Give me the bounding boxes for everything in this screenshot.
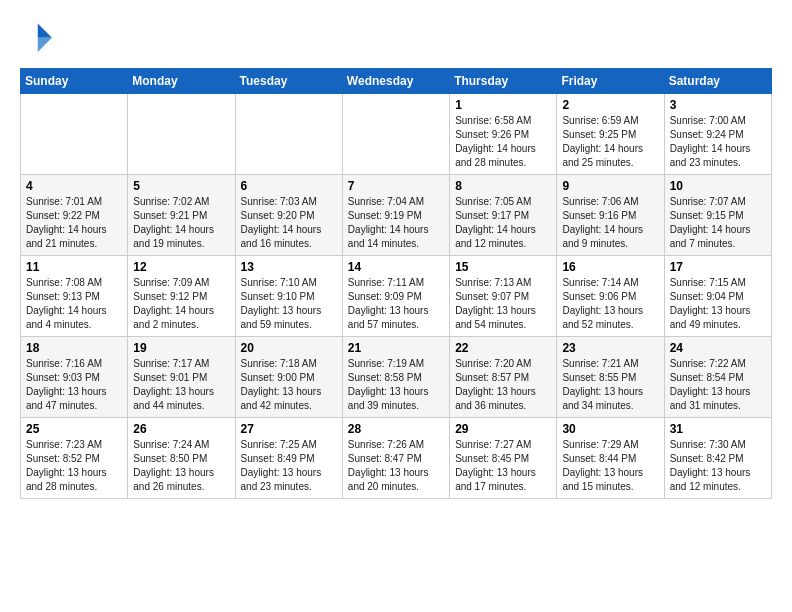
day-number: 27 — [241, 422, 337, 436]
day-info: Sunrise: 7:01 AM Sunset: 9:22 PM Dayligh… — [26, 195, 122, 251]
calendar-cell: 2Sunrise: 6:59 AM Sunset: 9:25 PM Daylig… — [557, 94, 664, 175]
day-number: 28 — [348, 422, 444, 436]
day-number: 10 — [670, 179, 766, 193]
calendar-cell: 13Sunrise: 7:10 AM Sunset: 9:10 PM Dayli… — [235, 256, 342, 337]
calendar-cell: 3Sunrise: 7:00 AM Sunset: 9:24 PM Daylig… — [664, 94, 771, 175]
day-info: Sunrise: 7:29 AM Sunset: 8:44 PM Dayligh… — [562, 438, 658, 494]
day-info: Sunrise: 7:03 AM Sunset: 9:20 PM Dayligh… — [241, 195, 337, 251]
day-info: Sunrise: 7:04 AM Sunset: 9:19 PM Dayligh… — [348, 195, 444, 251]
calendar-cell — [128, 94, 235, 175]
calendar-cell — [235, 94, 342, 175]
calendar-cell — [21, 94, 128, 175]
page-header — [20, 20, 772, 52]
day-info: Sunrise: 7:17 AM Sunset: 9:01 PM Dayligh… — [133, 357, 229, 413]
calendar-cell: 20Sunrise: 7:18 AM Sunset: 9:00 PM Dayli… — [235, 337, 342, 418]
calendar-cell — [342, 94, 449, 175]
calendar-cell: 25Sunrise: 7:23 AM Sunset: 8:52 PM Dayli… — [21, 418, 128, 499]
week-row-4: 18Sunrise: 7:16 AM Sunset: 9:03 PM Dayli… — [21, 337, 772, 418]
day-info: Sunrise: 7:13 AM Sunset: 9:07 PM Dayligh… — [455, 276, 551, 332]
calendar-cell: 27Sunrise: 7:25 AM Sunset: 8:49 PM Dayli… — [235, 418, 342, 499]
calendar-cell: 30Sunrise: 7:29 AM Sunset: 8:44 PM Dayli… — [557, 418, 664, 499]
day-info: Sunrise: 7:02 AM Sunset: 9:21 PM Dayligh… — [133, 195, 229, 251]
calendar-cell: 11Sunrise: 7:08 AM Sunset: 9:13 PM Dayli… — [21, 256, 128, 337]
calendar-cell: 17Sunrise: 7:15 AM Sunset: 9:04 PM Dayli… — [664, 256, 771, 337]
day-number: 1 — [455, 98, 551, 112]
calendar-cell: 4Sunrise: 7:01 AM Sunset: 9:22 PM Daylig… — [21, 175, 128, 256]
calendar-cell: 5Sunrise: 7:02 AM Sunset: 9:21 PM Daylig… — [128, 175, 235, 256]
week-row-5: 25Sunrise: 7:23 AM Sunset: 8:52 PM Dayli… — [21, 418, 772, 499]
day-info: Sunrise: 7:05 AM Sunset: 9:17 PM Dayligh… — [455, 195, 551, 251]
day-number: 8 — [455, 179, 551, 193]
calendar-table: SundayMondayTuesdayWednesdayThursdayFrid… — [20, 68, 772, 499]
day-number: 21 — [348, 341, 444, 355]
day-info: Sunrise: 7:11 AM Sunset: 9:09 PM Dayligh… — [348, 276, 444, 332]
logo-icon — [20, 20, 52, 52]
calendar-cell: 12Sunrise: 7:09 AM Sunset: 9:12 PM Dayli… — [128, 256, 235, 337]
day-info: Sunrise: 7:22 AM Sunset: 8:54 PM Dayligh… — [670, 357, 766, 413]
day-info: Sunrise: 7:09 AM Sunset: 9:12 PM Dayligh… — [133, 276, 229, 332]
day-info: Sunrise: 7:26 AM Sunset: 8:47 PM Dayligh… — [348, 438, 444, 494]
week-row-1: 1Sunrise: 6:58 AM Sunset: 9:26 PM Daylig… — [21, 94, 772, 175]
calendar-cell: 6Sunrise: 7:03 AM Sunset: 9:20 PM Daylig… — [235, 175, 342, 256]
calendar-cell: 28Sunrise: 7:26 AM Sunset: 8:47 PM Dayli… — [342, 418, 449, 499]
day-number: 6 — [241, 179, 337, 193]
day-number: 2 — [562, 98, 658, 112]
day-number: 23 — [562, 341, 658, 355]
weekday-friday: Friday — [557, 69, 664, 94]
day-number: 26 — [133, 422, 229, 436]
calendar-cell: 24Sunrise: 7:22 AM Sunset: 8:54 PM Dayli… — [664, 337, 771, 418]
calendar-cell: 10Sunrise: 7:07 AM Sunset: 9:15 PM Dayli… — [664, 175, 771, 256]
day-number: 16 — [562, 260, 658, 274]
weekday-thursday: Thursday — [450, 69, 557, 94]
calendar-cell: 9Sunrise: 7:06 AM Sunset: 9:16 PM Daylig… — [557, 175, 664, 256]
day-info: Sunrise: 6:59 AM Sunset: 9:25 PM Dayligh… — [562, 114, 658, 170]
weekday-wednesday: Wednesday — [342, 69, 449, 94]
weekday-saturday: Saturday — [664, 69, 771, 94]
day-info: Sunrise: 7:19 AM Sunset: 8:58 PM Dayligh… — [348, 357, 444, 413]
calendar-cell: 31Sunrise: 7:30 AM Sunset: 8:42 PM Dayli… — [664, 418, 771, 499]
day-number: 17 — [670, 260, 766, 274]
day-number: 20 — [241, 341, 337, 355]
calendar-cell: 26Sunrise: 7:24 AM Sunset: 8:50 PM Dayli… — [128, 418, 235, 499]
calendar-cell: 16Sunrise: 7:14 AM Sunset: 9:06 PM Dayli… — [557, 256, 664, 337]
calendar-cell: 8Sunrise: 7:05 AM Sunset: 9:17 PM Daylig… — [450, 175, 557, 256]
weekday-sunday: Sunday — [21, 69, 128, 94]
week-row-2: 4Sunrise: 7:01 AM Sunset: 9:22 PM Daylig… — [21, 175, 772, 256]
day-info: Sunrise: 7:15 AM Sunset: 9:04 PM Dayligh… — [670, 276, 766, 332]
day-info: Sunrise: 7:18 AM Sunset: 9:00 PM Dayligh… — [241, 357, 337, 413]
day-info: Sunrise: 6:58 AM Sunset: 9:26 PM Dayligh… — [455, 114, 551, 170]
day-number: 18 — [26, 341, 122, 355]
calendar-cell: 23Sunrise: 7:21 AM Sunset: 8:55 PM Dayli… — [557, 337, 664, 418]
day-number: 5 — [133, 179, 229, 193]
day-info: Sunrise: 7:25 AM Sunset: 8:49 PM Dayligh… — [241, 438, 337, 494]
day-number: 31 — [670, 422, 766, 436]
day-number: 25 — [26, 422, 122, 436]
weekday-monday: Monday — [128, 69, 235, 94]
weekday-header-row: SundayMondayTuesdayWednesdayThursdayFrid… — [21, 69, 772, 94]
calendar-cell: 21Sunrise: 7:19 AM Sunset: 8:58 PM Dayli… — [342, 337, 449, 418]
day-info: Sunrise: 7:08 AM Sunset: 9:13 PM Dayligh… — [26, 276, 122, 332]
day-info: Sunrise: 7:21 AM Sunset: 8:55 PM Dayligh… — [562, 357, 658, 413]
day-info: Sunrise: 7:23 AM Sunset: 8:52 PM Dayligh… — [26, 438, 122, 494]
logo — [20, 20, 56, 52]
day-info: Sunrise: 7:24 AM Sunset: 8:50 PM Dayligh… — [133, 438, 229, 494]
day-number: 14 — [348, 260, 444, 274]
calendar-cell: 18Sunrise: 7:16 AM Sunset: 9:03 PM Dayli… — [21, 337, 128, 418]
calendar-cell: 22Sunrise: 7:20 AM Sunset: 8:57 PM Dayli… — [450, 337, 557, 418]
day-number: 4 — [26, 179, 122, 193]
day-info: Sunrise: 7:06 AM Sunset: 9:16 PM Dayligh… — [562, 195, 658, 251]
calendar-header: SundayMondayTuesdayWednesdayThursdayFrid… — [21, 69, 772, 94]
day-info: Sunrise: 7:07 AM Sunset: 9:15 PM Dayligh… — [670, 195, 766, 251]
day-number: 7 — [348, 179, 444, 193]
calendar-cell: 1Sunrise: 6:58 AM Sunset: 9:26 PM Daylig… — [450, 94, 557, 175]
day-number: 11 — [26, 260, 122, 274]
weekday-tuesday: Tuesday — [235, 69, 342, 94]
week-row-3: 11Sunrise: 7:08 AM Sunset: 9:13 PM Dayli… — [21, 256, 772, 337]
calendar-cell: 15Sunrise: 7:13 AM Sunset: 9:07 PM Dayli… — [450, 256, 557, 337]
day-number: 24 — [670, 341, 766, 355]
day-number: 30 — [562, 422, 658, 436]
calendar-cell: 29Sunrise: 7:27 AM Sunset: 8:45 PM Dayli… — [450, 418, 557, 499]
day-info: Sunrise: 7:20 AM Sunset: 8:57 PM Dayligh… — [455, 357, 551, 413]
day-number: 9 — [562, 179, 658, 193]
day-number: 29 — [455, 422, 551, 436]
